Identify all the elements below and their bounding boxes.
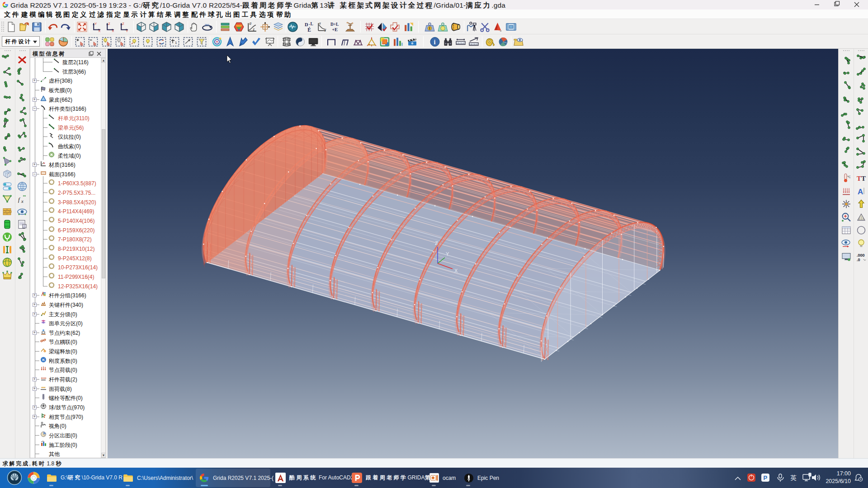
svg-text:.000: .000 <box>857 253 865 257</box>
svg-text:E: E <box>307 27 311 32</box>
svg-text:.0: .0 <box>857 257 860 262</box>
svg-text:A: A <box>858 187 863 196</box>
svg-text:x: x <box>21 198 24 203</box>
svg-text:+E: +E <box>332 27 338 32</box>
svg-text:K: K <box>42 358 45 362</box>
svg-text:Z: Z <box>122 22 124 26</box>
svg-text:ε: ε <box>253 27 255 31</box>
svg-text:E: E <box>43 162 45 164</box>
svg-text:℃: ℃ <box>847 175 851 178</box>
svg-text:X: X <box>112 28 114 32</box>
svg-text:D: D <box>305 22 308 27</box>
svg-text:Y: Y <box>446 251 449 257</box>
svg-text:Z: Z <box>108 22 110 26</box>
svg-text:X: X <box>454 268 458 273</box>
svg-text:英: 英 <box>790 474 797 481</box>
svg-text:α: α <box>319 21 321 25</box>
svg-text:Y: Y <box>94 22 97 26</box>
svg-text:X: X <box>98 28 100 32</box>
svg-text:σ: σ <box>249 21 251 26</box>
svg-text:i: i <box>434 39 436 46</box>
svg-text:f: f <box>18 196 21 202</box>
svg-text:T: T <box>857 174 861 182</box>
svg-text:P: P <box>764 474 768 481</box>
svg-text:T: T <box>861 174 866 182</box>
svg-text:L: L <box>310 22 313 26</box>
svg-text:T: T <box>324 28 326 32</box>
svg-text:Z: Z <box>435 240 438 246</box>
svg-text:D+L: D+L <box>330 22 339 27</box>
svg-text:1: 1 <box>175 40 177 44</box>
svg-text:Y: Y <box>126 28 128 32</box>
svg-text:360: 360 <box>204 23 209 26</box>
